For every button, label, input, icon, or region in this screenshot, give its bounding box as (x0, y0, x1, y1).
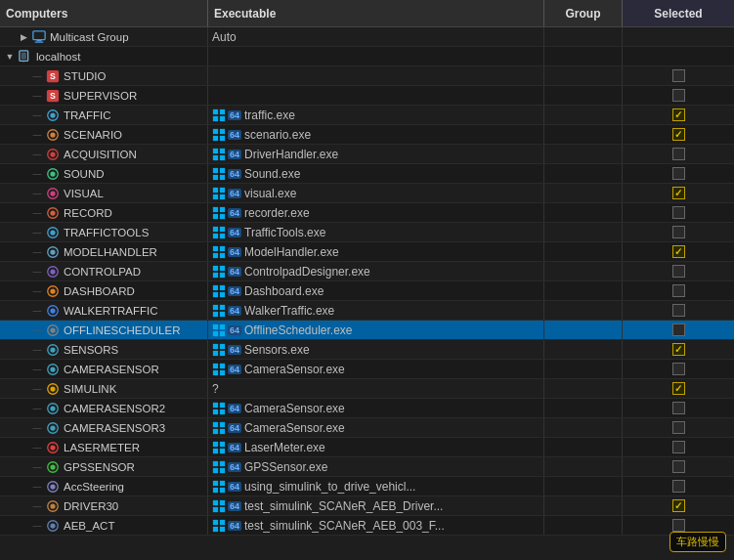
row-selected-cell[interactable] (623, 242, 734, 261)
exe-name: test_simulink_SCANeR_AEB_Driver... (244, 499, 443, 513)
table-row[interactable]: — S STUDIO (0, 66, 734, 86)
table-row[interactable]: — WALKERTRAFFIC 64 WalkerTraffic.exe (0, 301, 734, 321)
checkbox[interactable] (672, 206, 685, 219)
row-selected-cell[interactable] (623, 47, 734, 65)
checkbox[interactable] (672, 128, 685, 141)
checkbox[interactable] (672, 108, 685, 121)
windows-icon (212, 304, 226, 318)
row-selected-cell[interactable] (623, 66, 734, 85)
svg-text:S: S (50, 91, 56, 101)
checkbox[interactable] (672, 323, 685, 336)
checkbox[interactable] (672, 167, 685, 180)
row-selected-cell[interactable] (623, 477, 734, 495)
row-selected-cell[interactable] (623, 164, 734, 183)
row-name: CAMERASENSOR2 (64, 403, 165, 414)
table-row[interactable]: — LASERMETER 64 LaserMeter.exe (0, 438, 734, 457)
row-selected-cell[interactable] (623, 262, 734, 280)
row-selected-cell[interactable] (623, 145, 734, 163)
checkbox[interactable] (672, 265, 685, 278)
checkbox[interactable] (672, 187, 685, 199)
table-row[interactable]: — AEB_ACT 64 test_simulink_SCANeR_AEB_00… (0, 516, 734, 536)
row-selected-cell[interactable] (623, 301, 734, 320)
checkbox[interactable] (672, 304, 685, 317)
row-group-cell (544, 125, 623, 144)
checkbox[interactable] (672, 245, 685, 258)
table-row[interactable]: — DRIVER30 64 test_simulink_SCANeR_AEB_D… (0, 496, 734, 516)
row-selected-cell[interactable] (623, 379, 734, 398)
svg-rect-85 (220, 343, 225, 348)
node-icon: S (45, 68, 61, 84)
table-row[interactable]: — TRAFFIC 64 traffic.exe (0, 106, 734, 125)
svg-point-97 (50, 406, 55, 410)
checkbox[interactable] (672, 148, 685, 160)
table-row[interactable]: — ACQUISITION 64 DriverHandler.exe (0, 145, 734, 164)
table-row[interactable]: — AccSteering 64 using_simulink_to_drive… (0, 477, 734, 496)
table-row[interactable]: — TRAFFICTOOLS 64 TrafficTools.exe (0, 223, 734, 242)
row-selected-cell[interactable] (623, 399, 734, 417)
row-selected-cell[interactable] (623, 360, 734, 378)
row-selected-cell[interactable] (623, 340, 734, 359)
row-selected-cell[interactable] (623, 86, 734, 105)
checkbox[interactable] (672, 480, 685, 493)
table-row[interactable]: — S SUPERVISOR (0, 86, 734, 106)
table-row[interactable]: — SIMULINK ? (0, 379, 734, 399)
table-row[interactable]: — RECORD 64 recorder.exe (0, 203, 734, 223)
row-selected-cell[interactable] (623, 457, 734, 476)
row-selected-cell[interactable] (623, 125, 734, 144)
checkbox[interactable] (672, 519, 685, 532)
checkbox[interactable] (672, 499, 685, 512)
node-icon (18, 49, 33, 65)
table-row[interactable]: ▶ Multicast Group Auto (0, 27, 734, 47)
row-selected-cell[interactable] (623, 496, 734, 515)
expand-icon[interactable]: ▶ (18, 31, 29, 43)
table-row[interactable]: — OFFLINESCHEDULER 64 OfflineScheduler.e… (0, 321, 734, 340)
checkbox[interactable] (672, 441, 685, 453)
header-computers: Computers (0, 0, 208, 26)
exe-name: Sound.exe (244, 167, 300, 181)
row-selected-cell[interactable] (623, 281, 734, 300)
node-icon (45, 420, 61, 436)
checkbox[interactable] (672, 226, 685, 238)
collapse-icon[interactable]: ▼ (4, 51, 16, 63)
checkbox[interactable] (672, 460, 685, 473)
row-selected-cell[interactable] (623, 223, 734, 241)
table-row[interactable]: — VISUAL 64 visual.exe (0, 184, 734, 203)
table-row[interactable]: — CAMERASENSOR2 64 CameraSensor.exe (0, 399, 734, 418)
table-row[interactable]: — DASHBOARD 64 Dashboard.exe (0, 281, 734, 301)
table-row[interactable]: — CAMERASENSOR3 64 CameraSensor.exe (0, 418, 734, 438)
table-row[interactable]: — SCENARIO 64 scenario.exe (0, 125, 734, 145)
svg-rect-81 (220, 330, 225, 335)
node-icon (45, 205, 61, 221)
table-body[interactable]: ▶ Multicast Group Auto ▼ localhost (0, 27, 734, 560)
table-row[interactable]: — SOUND 64 Sound.exe (0, 164, 734, 184)
checkbox[interactable] (672, 284, 685, 297)
svg-rect-100 (213, 409, 218, 413)
svg-point-115 (50, 464, 55, 469)
row-selected-cell[interactable] (623, 106, 734, 124)
row-selected-cell[interactable] (623, 418, 734, 437)
row-name: SIMULINK (64, 383, 116, 395)
checkbox[interactable] (672, 89, 685, 102)
row-selected-cell[interactable] (623, 27, 734, 46)
checkbox[interactable] (672, 382, 685, 395)
row-selected-cell[interactable] (623, 516, 734, 535)
table-row[interactable]: — CAMERASENSOR 64 CameraSensor.exe (0, 360, 734, 379)
svg-point-89 (50, 366, 55, 371)
row-selected-cell[interactable] (623, 438, 734, 456)
row-selected-cell[interactable] (623, 184, 734, 202)
table-row[interactable]: — MODELHANDLER 64 ModelHandler.exe (0, 242, 734, 262)
arch-badge: 64 (228, 521, 241, 531)
row-name-cell: — TRAFFIC (0, 106, 208, 124)
row-selected-cell[interactable] (623, 203, 734, 222)
table-row[interactable]: — SENSORS 64 Sensors.exe (0, 340, 734, 360)
table-row[interactable]: — CONTROLPAD 64 ControlpadDesigner.exe (0, 262, 734, 281)
row-selected-cell[interactable] (623, 321, 734, 339)
checkbox[interactable] (672, 363, 685, 375)
svg-rect-57 (220, 252, 225, 257)
checkbox[interactable] (672, 69, 685, 82)
table-row[interactable]: ▼ localhost (0, 47, 734, 66)
table-row[interactable]: — GPSSENSOR 64 GPSSensor.exe (0, 457, 734, 477)
checkbox[interactable] (672, 343, 685, 356)
checkbox[interactable] (672, 402, 685, 414)
checkbox[interactable] (672, 421, 685, 434)
